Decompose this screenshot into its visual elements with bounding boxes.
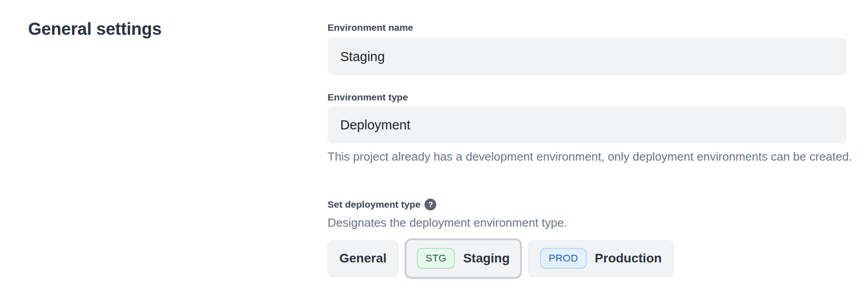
environment-type-label: Environment type: [328, 92, 408, 103]
option-staging-label: Staging: [463, 251, 510, 266]
production-badge: PROD: [540, 248, 587, 269]
option-production-label: Production: [595, 251, 662, 266]
environment-name-input[interactable]: [328, 38, 846, 75]
page-title: General settings: [28, 19, 162, 39]
option-production-button[interactable]: PROD Production: [528, 240, 674, 276]
option-general-button[interactable]: General: [328, 240, 398, 276]
environment-name-label: Environment name: [328, 22, 413, 33]
environment-type-help-text: This project already has a development e…: [328, 148, 868, 166]
question-icon[interactable]: ?: [424, 199, 436, 210]
deployment-type-description: Designates the deployment environment ty…: [328, 215, 868, 230]
deployment-type-label-row: Set deployment type ?: [328, 199, 436, 210]
option-staging-button[interactable]: STG Staging: [405, 238, 522, 279]
option-general-label: General: [339, 251, 386, 266]
deployment-type-options: General STG Staging PROD Production: [328, 238, 674, 279]
staging-badge: STG: [417, 248, 455, 269]
deployment-type-label: Set deployment type: [328, 199, 420, 210]
environment-type-input[interactable]: [328, 106, 846, 143]
